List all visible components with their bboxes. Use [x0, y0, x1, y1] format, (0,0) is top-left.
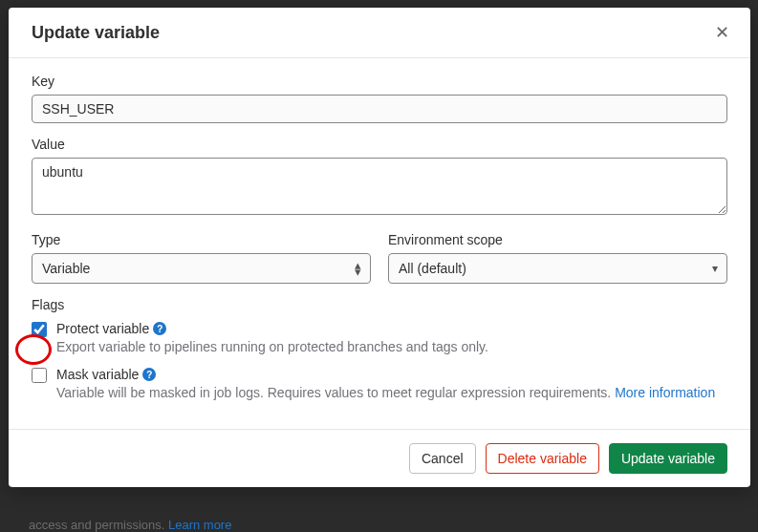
- flags-section-label: Flags: [32, 297, 727, 312]
- scope-group: Environment scope All (default) ▾: [388, 232, 727, 284]
- protect-variable-label: Protect variable: [56, 321, 149, 336]
- help-icon[interactable]: ?: [153, 322, 166, 335]
- cancel-button[interactable]: Cancel: [409, 443, 476, 474]
- value-group: Value ubuntu: [32, 137, 727, 219]
- close-button[interactable]: ✕: [710, 21, 733, 44]
- scope-label: Environment scope: [388, 232, 727, 247]
- backdrop-fragment: access and permissions.: [29, 518, 168, 532]
- mask-desc-text: Variable will be masked in job logs. Req…: [56, 385, 615, 400]
- mask-variable-checkbox[interactable]: [32, 368, 47, 383]
- type-select[interactable]: Variable: [32, 253, 371, 284]
- update-variable-dialog: Update variable ✕ Key Value ubuntu Type …: [9, 8, 750, 487]
- dialog-body: Key Value ubuntu Type Variable ▴▾ En: [9, 58, 750, 429]
- type-scope-row: Type Variable ▴▾ Environment scope All (…: [32, 232, 727, 284]
- close-icon: ✕: [715, 22, 729, 43]
- protect-variable-row: Protect variable ? Export variable to pi…: [32, 320, 727, 354]
- background-text: access and permissions. Learn more: [29, 518, 231, 532]
- mask-label-wrap: Mask variable ?: [56, 367, 156, 382]
- protect-variable-checkbox[interactable]: [32, 322, 47, 337]
- help-icon[interactable]: ?: [142, 368, 156, 381]
- mask-content: Mask variable ? Variable will be masked …: [56, 366, 727, 400]
- backdrop-learn-more-link[interactable]: Learn more: [168, 518, 231, 532]
- more-information-link[interactable]: More information: [615, 385, 715, 400]
- update-variable-button[interactable]: Update variable: [609, 443, 727, 474]
- mask-variable-row: Mask variable ? Variable will be masked …: [32, 366, 727, 400]
- dialog-footer: Cancel Delete variable Update variable: [9, 429, 750, 487]
- protect-description: Export variable to pipelines running on …: [56, 339, 727, 354]
- mask-variable-label: Mask variable: [56, 367, 139, 382]
- value-input[interactable]: ubuntu: [32, 158, 727, 215]
- value-label: Value: [32, 137, 727, 152]
- protect-content: Protect variable ? Export variable to pi…: [56, 320, 727, 354]
- dialog-header: Update variable ✕: [9, 8, 750, 58]
- scope-select[interactable]: All (default): [388, 253, 727, 284]
- mask-description: Variable will be masked in job logs. Req…: [56, 385, 727, 400]
- key-group: Key: [32, 74, 727, 123]
- type-label: Type: [32, 232, 371, 247]
- key-input[interactable]: [32, 95, 727, 123]
- delete-variable-button[interactable]: Delete variable: [486, 443, 599, 474]
- dialog-title: Update variable: [32, 23, 160, 43]
- protect-label-wrap: Protect variable ?: [56, 321, 166, 336]
- type-group: Type Variable ▴▾: [32, 232, 371, 284]
- key-label: Key: [32, 74, 727, 89]
